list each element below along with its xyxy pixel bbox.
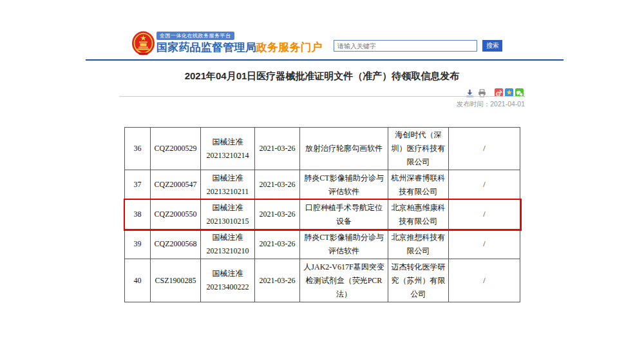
publish-time: 发布时间：2021-04-01: [457, 100, 525, 109]
cell-company: 北京推想科技有限公司: [388, 230, 449, 259]
table-row: 40CSZ1900285国械注准202134002222021-03-26人JA…: [125, 259, 520, 302]
national-emblem-icon: [131, 31, 155, 57]
cell-approval-date: 2021-03-26: [255, 200, 300, 230]
page-title: 2021年04月01日医疗器械批准证明文件（准产）待领取信息发布: [0, 70, 644, 83]
cell-reg-no: CQZ2000547: [151, 170, 201, 200]
cell-cert-no: 国械注准20213210210: [201, 230, 255, 259]
cell-approval-date: 2021-03-26: [255, 230, 300, 259]
cell-cert-no: 国械注准20213210211: [201, 170, 255, 200]
cert-number: 20213210214: [204, 149, 252, 162]
cert-number: 20213400222: [204, 280, 252, 294]
page: 全国一体化在线政务服务平台 国家药品监督管理局政务服务门户 搜索 2021年04…: [0, 0, 644, 363]
site-brand-agency: 国家药品监督管理局: [156, 41, 256, 54]
site-header: 全国一体化在线政务服务平台 国家药品监督管理局政务服务门户 搜索: [0, 0, 644, 61]
platform-badge: 全国一体化在线政务服务平台: [156, 32, 234, 40]
cell-company: 杭州深睿博联科技有限公司: [388, 170, 449, 200]
search-box: 搜索: [334, 40, 502, 52]
cell-approval-date: 2021-03-26: [255, 259, 300, 302]
cell-product-name: 放射治疗轮廓勾画软件: [300, 128, 388, 170]
cell-cert-no: 国械注准20213210214: [201, 128, 255, 170]
table-row: 39CQZ2000568国械注准202132102102021-03-26肺炎C…: [125, 230, 520, 259]
table-row: 36CQZ2000529国械注准202132102142021-03-26放射治…: [125, 128, 520, 170]
site-brand-portal: 政务服务门户: [256, 41, 323, 54]
cert-prefix: 国械注准: [204, 201, 252, 215]
cell-product-name: 人JAK2-V617F基因突变检测试剂盒（荧光PCR法）: [300, 259, 388, 302]
cell-reg-no: CQZ2000550: [151, 200, 201, 230]
cell-product-name: 肺炎CT影像辅助分诊与评估软件: [300, 230, 388, 259]
header-divider: [86, 59, 564, 61]
search-button[interactable]: 搜索: [482, 40, 502, 52]
cell-remark: /: [449, 200, 520, 230]
cell-reg-no: CSZ1900285: [151, 259, 201, 302]
star-glyph: ★: [506, 89, 513, 96]
approval-table-wrap: 36CQZ2000529国械注准202132102142021-03-26放射治…: [124, 127, 520, 302]
cell-company: 北京柏惠维康科技有限公司: [388, 200, 449, 230]
title-divider: [119, 96, 525, 97]
cert-prefix: 国械注准: [204, 172, 252, 185]
approval-table: 36CQZ2000529国械注准202132102142021-03-26放射治…: [124, 127, 520, 302]
cell-company: 海创时代（深圳）医疗科技有限公司: [388, 128, 449, 170]
site-brand: 国家药品监督管理局政务服务门户: [156, 40, 323, 55]
table-row: 38CQZ2000550国械注准202130102152021-03-26口腔种…: [125, 200, 520, 230]
cell-approval-date: 2021-03-26: [255, 170, 300, 200]
cell-row-no: 38: [125, 200, 151, 230]
cell-cert-no: 国械注准20213400222: [201, 259, 255, 302]
cell-remark: /: [449, 128, 520, 170]
table-row: 37CQZ2000547国械注准202132102112021-03-26肺炎C…: [125, 170, 520, 200]
site-logo-link[interactable]: 全国一体化在线政务服务平台 国家药品监督管理局政务服务门户: [131, 30, 325, 58]
cell-product-name: 口腔种植手术导航定位设备: [300, 200, 388, 230]
cert-prefix: 国械注准: [204, 231, 252, 244]
cell-reg-no: CQZ2000568: [151, 230, 201, 259]
cert-number: 20213210211: [204, 185, 252, 199]
cell-product-name: 肺炎CT影像辅助分诊与评估软件: [300, 170, 388, 200]
cell-remark: /: [449, 230, 520, 259]
cert-prefix: 国械注准: [204, 135, 252, 149]
cell-cert-no: 国械注准20213010215: [201, 200, 255, 230]
cell-row-no: 39: [125, 230, 151, 259]
cert-number: 20213010215: [204, 215, 252, 228]
cert-prefix: 国械注准: [204, 267, 252, 280]
approval-table-body: 36CQZ2000529国械注准202132102142021-03-26放射治…: [125, 128, 520, 302]
cell-company: 迈杰转化医学研究（苏州）有限公司: [388, 259, 449, 302]
cell-approval-date: 2021-03-26: [255, 128, 300, 170]
cell-remark: /: [449, 170, 520, 200]
cert-number: 20213210210: [204, 244, 252, 258]
cell-remark: /: [449, 259, 520, 302]
cell-row-no: 40: [125, 259, 151, 302]
cell-row-no: 36: [125, 128, 151, 170]
search-input[interactable]: [334, 40, 477, 52]
cell-row-no: 37: [125, 170, 151, 200]
cell-reg-no: CQZ2000529: [151, 128, 201, 170]
